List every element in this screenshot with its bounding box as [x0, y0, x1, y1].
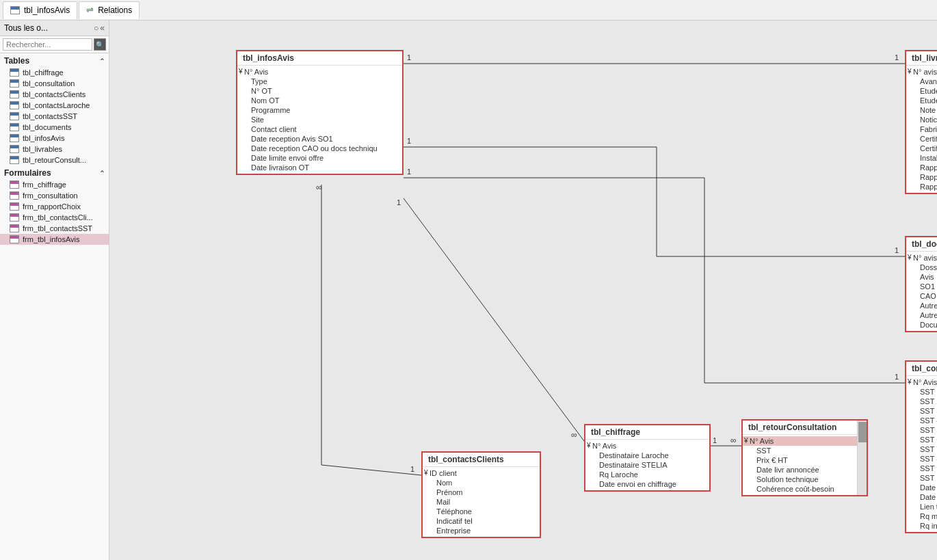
- tab-relations[interactable]: ⇌ Relations: [79, 1, 140, 19]
- db-field: Solution technique: [743, 475, 857, 484]
- sidebar-header: Tous les o... ○ «: [0, 21, 109, 36]
- db-field: Date reception Avis SO1: [237, 134, 402, 144]
- svg-text:1: 1: [410, 465, 414, 473]
- svg-text:1: 1: [713, 436, 717, 444]
- tab-tbl-infosAvis[interactable]: tbl_infosAvis: [3, 1, 77, 19]
- db-table-infosAvis[interactable]: tbl_infosAvis N° Avis Type N° OT Nom OT …: [236, 50, 404, 175]
- svg-text:1: 1: [895, 246, 899, 254]
- sidebar-item-tbl-contactsSST[interactable]: tbl_contactsSST: [0, 111, 109, 122]
- db-table-retourConsultation[interactable]: tbl_retourConsultation N° Avis SST Prix …: [741, 419, 868, 496]
- db-field: N° Avis: [906, 377, 937, 387]
- sidebar-item-frm-tbl-infosAvis[interactable]: frm_tbl_infosAvis: [0, 234, 109, 245]
- table-icon: [10, 145, 19, 153]
- sidebar-item-tbl-documents[interactable]: tbl_documents: [0, 122, 109, 133]
- db-field: Prix € HT: [743, 455, 857, 465]
- canvas-area[interactable]: 1 1 ∞ 1 1 1 1 1 1 ∞ 1 ∞ tbl_in: [109, 21, 937, 560]
- db-field: Autre document 1: [906, 301, 937, 310]
- scrollbar-thumb: [858, 422, 867, 442]
- db-field: Type: [237, 77, 402, 86]
- table-icon: [10, 90, 19, 98]
- table-icon: [10, 112, 19, 120]
- db-field: SST 4: [906, 416, 937, 425]
- db-field: Autre document 2: [906, 310, 937, 320]
- db-field: Etudes 2D: [906, 96, 937, 105]
- svg-text:∞: ∞: [316, 183, 322, 192]
- form-icon: [10, 213, 19, 222]
- formulaires-section-label: Formulaires: [4, 168, 51, 178]
- db-field: Rapport de mesure (outi: [906, 172, 937, 182]
- sidebar-item-frm-consultation[interactable]: frm_consultation: [0, 190, 109, 201]
- sidebar-item-frm-tbl-contactsCli[interactable]: frm_tbl_contactsCli...: [0, 212, 109, 223]
- db-table-fields-retourConsultation: N° Avis SST Prix € HT Date livr annoncée…: [743, 435, 857, 495]
- relations-tab-icon: ⇌: [86, 5, 94, 15]
- db-table-consultation[interactable]: tbl_consultation N° Avis SST 1 SST 2 SST…: [905, 360, 937, 533]
- formulaires-collapse-button[interactable]: ⌃: [99, 170, 105, 177]
- db-table-documents[interactable]: tbl_documents N° avis Dossier Avis SO1 C…: [905, 236, 937, 332]
- db-field: Installation/Montage: [906, 153, 937, 163]
- db-field: Site: [237, 115, 402, 124]
- sidebar-item-tbl-infosAvis[interactable]: tbl_infosAvis: [0, 133, 109, 144]
- tab-label-relations: Relations: [98, 5, 132, 15]
- tab-label-infosAvis: tbl_infosAvis: [24, 5, 70, 15]
- svg-text:∞: ∞: [730, 436, 737, 445]
- svg-text:∞: ∞: [571, 430, 577, 440]
- db-field: Rq interne: [906, 521, 937, 531]
- scrollbar-retourConsultation[interactable]: [857, 421, 867, 495]
- sidebar-item-frm-tbl-contactsSST[interactable]: frm_tbl_contactsSST: [0, 223, 109, 234]
- tables-section-label: Tables: [4, 56, 29, 66]
- sidebar-label: frm_tbl_contactsSST: [23, 224, 92, 232]
- svg-line-9: [321, 465, 421, 475]
- db-field: Rapport de mesure LASE: [906, 182, 937, 191]
- db-field: Nom: [423, 478, 540, 488]
- sidebar-search-container: 🔍: [0, 36, 109, 53]
- sidebar-item-frm-rapportChoix[interactable]: frm_rapportChoix: [0, 201, 109, 212]
- db-field: ID client: [423, 468, 540, 478]
- db-field: Prénom: [423, 488, 540, 497]
- db-field: Nom OT: [237, 96, 402, 105]
- db-field: Indicatif tel: [423, 516, 540, 526]
- sidebar-label: tbl_livrables: [23, 145, 62, 153]
- table-icon: [10, 156, 19, 164]
- db-table-contactsClients[interactable]: tbl_contactsClients ID client Nom Prénom…: [421, 451, 541, 538]
- db-field: Notice d'utilisation: [906, 115, 937, 124]
- sidebar-item-tbl-livrables[interactable]: tbl_livrables: [0, 144, 109, 155]
- db-field: Date reception CAO ou docs techniqu: [237, 144, 402, 153]
- sidebar-item-tbl-retourConsult[interactable]: tbl_retourConsult...: [0, 155, 109, 165]
- sidebar-collapse-icon[interactable]: «: [100, 23, 105, 33]
- db-field: SST 5: [906, 425, 937, 435]
- db-field: Rq Laroche: [585, 470, 709, 479]
- db-field: N° Avis: [585, 441, 709, 451]
- db-field: Date livraison OT: [237, 163, 402, 172]
- db-table-chiffrage[interactable]: tbl_chiffrage N° Avis Destinataire Laroc…: [584, 424, 711, 492]
- db-field: Téléphone: [423, 507, 540, 516]
- sidebar-label: tbl_contactsLaroche: [23, 101, 90, 109]
- db-field: Programme: [237, 105, 402, 115]
- db-field-selected: N° Avis: [743, 436, 857, 446]
- db-field: Entreprise: [423, 526, 540, 535]
- db-field: Avis: [906, 272, 937, 282]
- svg-text:1: 1: [407, 137, 411, 145]
- db-field: SST 10: [906, 473, 937, 483]
- sidebar-item-tbl-consultation[interactable]: tbl_consultation: [0, 78, 109, 89]
- db-field: Mail: [423, 497, 540, 507]
- sidebar-item-tbl-chiffrage[interactable]: tbl_chiffrage: [0, 67, 109, 78]
- db-table-fields-contactsClients: ID client Nom Prénom Mail Téléphone Indi…: [423, 467, 540, 537]
- sidebar-item-tbl-contactsClients[interactable]: tbl_contactsClients: [0, 89, 109, 100]
- db-field: SST 9: [906, 464, 937, 473]
- db-field: Lien téléchargement dor: [906, 502, 937, 511]
- sidebar-item-tbl-contactsLaroche[interactable]: tbl_contactsLaroche: [0, 100, 109, 111]
- tables-collapse-button[interactable]: ⌃: [99, 57, 105, 65]
- db-table-header-chiffrage: tbl_chiffrage: [585, 425, 709, 440]
- db-field: SO1: [906, 282, 937, 291]
- table-tab-icon: [10, 6, 20, 14]
- search-button[interactable]: 🔍: [94, 38, 106, 51]
- db-table-livrables[interactable]: tbl_livrables N° avis Avant Projet Etude…: [905, 50, 937, 194]
- search-input[interactable]: [3, 38, 92, 51]
- db-field: Documents manquants: [906, 320, 937, 330]
- sidebar-item-frm-chiffrage[interactable]: frm_chiffrage: [0, 179, 109, 190]
- db-table-header-infosAvis: tbl_infosAvis: [237, 51, 402, 66]
- db-field: N° avis: [906, 67, 937, 77]
- db-field: SST 3: [906, 406, 937, 416]
- db-field: Date limite envoi offre: [237, 153, 402, 163]
- sidebar-circle-icon[interactable]: ○: [94, 23, 98, 33]
